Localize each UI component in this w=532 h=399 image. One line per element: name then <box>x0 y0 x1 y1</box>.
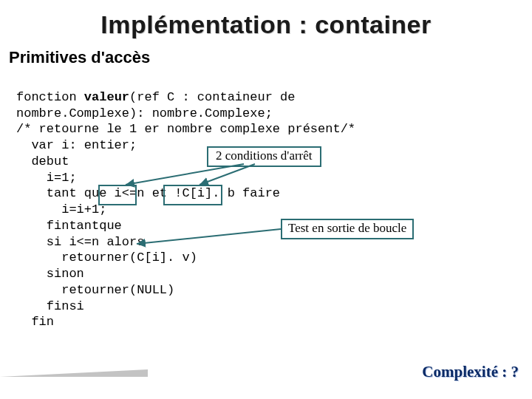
code-line: si i<=n alors <box>16 235 144 249</box>
callout-conditions: 2 conditions d'arrêt <box>207 146 321 167</box>
code-line: retourner(C[i]. v) <box>16 250 197 265</box>
complexity-label: Complexité : ? <box>422 363 519 381</box>
decorative-wedge <box>0 369 148 377</box>
code-line: fonction <box>16 90 84 104</box>
slide-title: Implémentation : container <box>0 0 532 39</box>
code-line: i=1; <box>16 171 77 185</box>
code-line: (ref C : containeur de <box>129 90 295 104</box>
code-line: sinon <box>16 267 84 281</box>
highlight-box-condition-1 <box>98 185 137 205</box>
code-block: fonction valeur(ref C : containeur de no… <box>0 73 532 330</box>
code-keyword: valeur <box>84 90 129 104</box>
code-line: tant que i<=n et !C[i]. b faire <box>16 186 280 200</box>
code-line: i=i+1; <box>16 202 106 216</box>
code-line: /* retourne le 1 er nombre complexe prés… <box>16 122 355 136</box>
slide-subtitle: Primitives d'accès <box>0 39 532 73</box>
code-line: nombre.Complexe): nombre.Complexe; <box>16 106 273 120</box>
highlight-box-condition-2 <box>163 185 222 205</box>
code-line: fin <box>16 315 54 329</box>
code-line: finsi <box>16 299 84 313</box>
code-line: retourner(NULL) <box>16 283 174 297</box>
code-line: var i: entier; <box>16 138 137 152</box>
code-line: fintantque <box>16 219 122 233</box>
callout-test: Test en sortie de boucle <box>281 219 414 239</box>
code-line: debut <box>16 154 69 168</box>
